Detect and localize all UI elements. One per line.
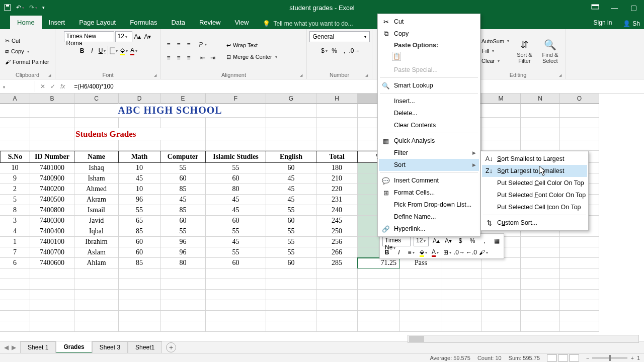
cell[interactable] bbox=[30, 300, 74, 311]
cell[interactable]: 96 bbox=[160, 237, 206, 247]
mini-font-select[interactable]: Times Ne bbox=[382, 235, 411, 246]
cell[interactable] bbox=[119, 321, 160, 332]
zoom-in-icon[interactable]: + bbox=[630, 355, 633, 361]
cell[interactable]: 45 bbox=[206, 205, 266, 216]
cell[interactable]: 4 bbox=[0, 226, 30, 237]
align-top-icon[interactable]: ≡ bbox=[164, 40, 173, 49]
accounting-format-icon[interactable]: $ bbox=[320, 46, 329, 55]
cell[interactable] bbox=[560, 279, 599, 290]
cell[interactable] bbox=[119, 290, 160, 300]
cell[interactable] bbox=[442, 321, 481, 332]
cell[interactable]: 60 bbox=[160, 216, 206, 226]
cell[interactable] bbox=[206, 118, 266, 128]
sort-font-color[interactable]: Put Selected Font Color On Top bbox=[482, 189, 587, 201]
mini-bold-button[interactable]: B bbox=[382, 248, 391, 257]
tab-page-layout[interactable]: Page Layout bbox=[72, 16, 123, 29]
mini-fill-color-button[interactable]: ⬙ bbox=[419, 248, 428, 257]
cell[interactable] bbox=[400, 300, 442, 311]
cell[interactable] bbox=[160, 268, 206, 279]
cell[interactable] bbox=[206, 300, 266, 311]
maximize-icon[interactable]: ▢ bbox=[629, 4, 638, 12]
cell[interactable] bbox=[400, 279, 442, 290]
cell[interactable]: 7400300 bbox=[30, 216, 74, 226]
horizontal-scrollbar[interactable] bbox=[408, 335, 639, 343]
ctx-quick-analysis[interactable]: ▦Quick Analysis bbox=[379, 135, 479, 147]
cell[interactable]: 3 bbox=[0, 216, 30, 226]
wrap-text-button[interactable]: ↩Wrap Text bbox=[224, 41, 279, 50]
cell[interactable] bbox=[560, 140, 599, 151]
cell[interactable] bbox=[560, 268, 599, 279]
qat-customize-icon[interactable]: ▾ bbox=[42, 5, 45, 10]
mini-inc-decimal-icon[interactable]: .0→ bbox=[455, 248, 464, 257]
cell[interactable] bbox=[560, 300, 599, 311]
cell[interactable]: 210 bbox=[316, 173, 358, 184]
cell[interactable] bbox=[316, 118, 358, 128]
cell[interactable] bbox=[400, 290, 442, 300]
mini-increase-font-icon[interactable]: A▴ bbox=[432, 236, 441, 245]
cell[interactable]: 60 bbox=[119, 237, 160, 247]
ribbon-options-icon[interactable] bbox=[591, 4, 600, 12]
cell[interactable]: 45 bbox=[266, 195, 316, 205]
cell[interactable]: 55 bbox=[160, 163, 206, 173]
new-sheet-button[interactable]: + bbox=[166, 342, 176, 352]
cell[interactable] bbox=[74, 300, 119, 311]
cell[interactable]: Akram bbox=[74, 195, 119, 205]
sort-cell-icon[interactable]: Put Selected Cell Icon On Top bbox=[482, 201, 587, 213]
ctx-delete[interactable]: Delete... bbox=[379, 107, 479, 119]
cell[interactable]: 7400400 bbox=[30, 226, 74, 237]
cell[interactable] bbox=[30, 321, 74, 332]
cell[interactable] bbox=[481, 140, 521, 151]
cell[interactable]: 10 bbox=[119, 163, 160, 173]
col-header-A[interactable]: A bbox=[0, 94, 30, 104]
cell[interactable] bbox=[266, 290, 316, 300]
find-select-button[interactable]: 🔍Find & Select bbox=[538, 38, 562, 65]
cell[interactable] bbox=[0, 290, 30, 300]
cell[interactable]: 55 bbox=[266, 226, 316, 237]
mini-accounting-icon[interactable]: $ bbox=[456, 236, 465, 245]
cell[interactable]: 60 bbox=[160, 173, 206, 184]
cell[interactable] bbox=[74, 311, 119, 321]
decrease-font-icon[interactable]: A▾ bbox=[143, 32, 152, 41]
cell[interactable] bbox=[560, 258, 599, 268]
cell[interactable]: 245 bbox=[316, 216, 358, 226]
cell[interactable]: 7401000 bbox=[30, 163, 74, 173]
cell[interactable] bbox=[0, 118, 30, 128]
cell[interactable] bbox=[206, 290, 266, 300]
cell[interactable]: 60 bbox=[119, 247, 160, 258]
cell[interactable] bbox=[316, 140, 358, 151]
mini-cond-format-icon[interactable]: ▦ bbox=[492, 236, 501, 245]
col-header-O[interactable]: O bbox=[560, 94, 599, 104]
cell[interactable] bbox=[481, 290, 521, 300]
cell[interactable]: 96 bbox=[119, 195, 160, 205]
cell[interactable]: 55 bbox=[119, 205, 160, 216]
sheet-tab-grades[interactable]: Grades bbox=[56, 341, 92, 353]
cell[interactable] bbox=[358, 279, 400, 290]
cell[interactable] bbox=[442, 300, 481, 311]
sort-cell-color[interactable]: Put Selected Cell Color On Top bbox=[482, 177, 587, 189]
sort-filter-button[interactable]: ⇵Sort & Filter bbox=[513, 38, 536, 65]
cell[interactable] bbox=[481, 268, 521, 279]
cell[interactable]: 7400900 bbox=[30, 173, 74, 184]
share-button[interactable]: 👤Sh bbox=[619, 18, 644, 29]
cell[interactable] bbox=[560, 321, 599, 332]
cell[interactable] bbox=[560, 311, 599, 321]
tab-review[interactable]: Review bbox=[192, 16, 228, 29]
cut-button[interactable]: ✂Cut bbox=[3, 37, 51, 45]
cell[interactable]: 85 bbox=[119, 258, 160, 268]
cell[interactable] bbox=[521, 258, 560, 268]
tell-me-box[interactable]: 💡 Tell me what you want to do... bbox=[261, 18, 355, 29]
cell[interactable] bbox=[266, 140, 316, 151]
cell[interactable]: 80 bbox=[206, 184, 266, 195]
formula-input[interactable]: =(H6/400)*100 bbox=[70, 81, 644, 92]
paste-icon[interactable]: 📋 bbox=[392, 52, 401, 61]
cell[interactable] bbox=[206, 140, 266, 151]
mini-italic-button[interactable]: I bbox=[394, 248, 404, 257]
decrease-indent-icon[interactable]: ⇤ bbox=[198, 53, 207, 62]
mini-format-painter-icon[interactable]: 🖌 bbox=[479, 248, 488, 257]
increase-font-icon[interactable]: A▴ bbox=[133, 32, 142, 41]
cell[interactable] bbox=[358, 311, 400, 321]
cell[interactable] bbox=[521, 279, 560, 290]
mini-size-select[interactable]: 12 bbox=[414, 235, 429, 246]
underline-button[interactable]: U bbox=[98, 46, 107, 55]
ctx-clear-contents[interactable]: Clear Contents bbox=[379, 119, 479, 131]
